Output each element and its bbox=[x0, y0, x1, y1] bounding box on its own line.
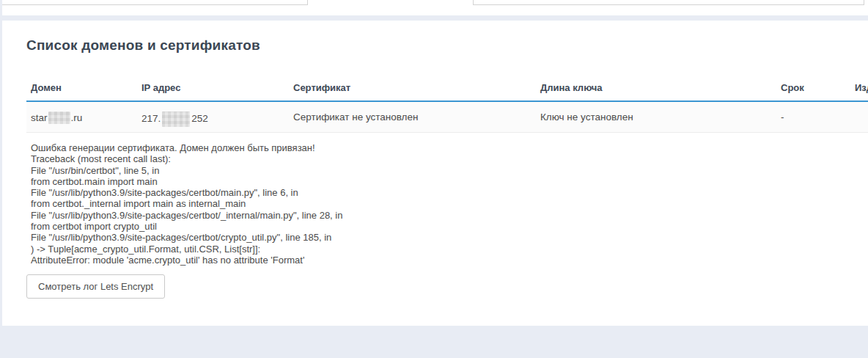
domain-prefix: star bbox=[31, 112, 48, 123]
tab-right[interactable] bbox=[473, 0, 864, 5]
error-line: Traceback (most recent call last): bbox=[31, 153, 342, 164]
tab-active[interactable] bbox=[308, 0, 473, 5]
content-card: Список доменов и сертификатов Домен IP а… bbox=[2, 21, 868, 326]
view-lets-encrypt-log-button[interactable]: Смотреть лог Lets Encrypt bbox=[26, 274, 165, 299]
error-line: File "/usr/lib/python3.9/site-packages/c… bbox=[31, 187, 342, 198]
cell-ip: 217.252 bbox=[141, 112, 208, 127]
column-header-domain: Домен bbox=[31, 82, 62, 93]
error-line: from certbot._internal import main as in… bbox=[31, 198, 342, 209]
column-header-term: Срок bbox=[781, 82, 804, 93]
error-line: Ошибка генерации сертификата. Домен долж… bbox=[31, 142, 342, 153]
cell-domain: star.ru bbox=[31, 112, 82, 124]
error-line: File "/usr/bin/certbot", line 5, in bbox=[31, 165, 342, 176]
error-traceback: Ошибка генерации сертификата. Домен долж… bbox=[31, 142, 342, 266]
error-line: File "/usr/lib/python3.9/site-packages/c… bbox=[31, 210, 342, 221]
cell-term: - bbox=[781, 112, 784, 123]
column-header-key-length: Длина ключа bbox=[540, 82, 603, 93]
column-header-ip: IP адрес bbox=[141, 82, 180, 93]
error-line: File "/usr/lib/python3.9/site-packages/c… bbox=[31, 232, 342, 243]
ip-prefix: 217. bbox=[141, 113, 161, 124]
column-header-issuer: Изд bbox=[855, 82, 868, 93]
error-line: ) -> Tuple[acme_crypto_util.Format, util… bbox=[31, 244, 342, 255]
ip-suffix: 252 bbox=[191, 113, 208, 124]
error-line: AttributeError: module 'acme.crypto_util… bbox=[31, 255, 342, 266]
cell-certificate: Сертификат не установлен bbox=[293, 112, 418, 123]
domain-suffix: .ru bbox=[71, 112, 83, 123]
tab-bar bbox=[2, 0, 868, 15]
ip-redacted-blur bbox=[162, 112, 190, 127]
page-title: Список доменов и сертификатов bbox=[26, 37, 260, 54]
cell-key-length: Ключ не установлен bbox=[540, 112, 633, 123]
domain-redacted-blur bbox=[48, 112, 70, 124]
tab-left[interactable] bbox=[2, 0, 308, 5]
error-line: from certbot.main import main bbox=[31, 176, 342, 187]
error-line: from certbot import crypto_util bbox=[31, 221, 342, 232]
column-header-certificate: Сертификат bbox=[293, 82, 350, 93]
